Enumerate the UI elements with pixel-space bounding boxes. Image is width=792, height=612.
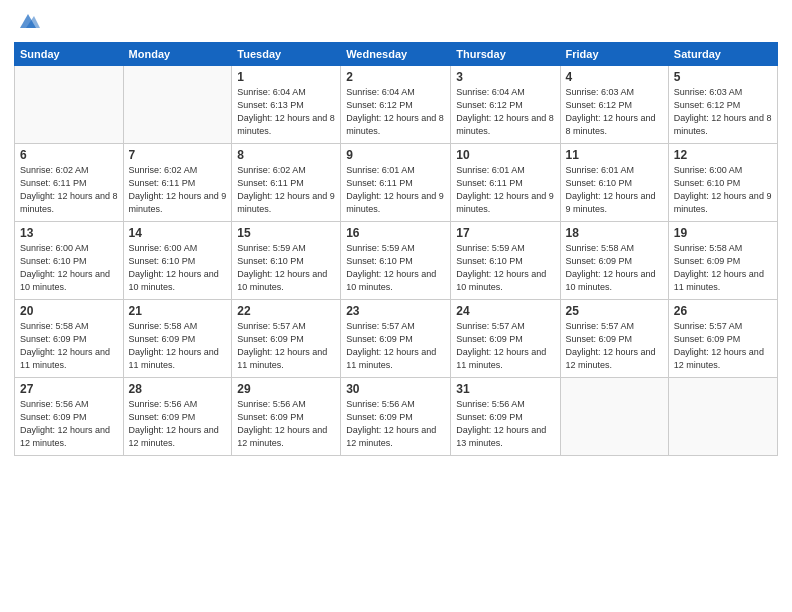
week-row-2: 6Sunrise: 6:02 AMSunset: 6:11 PMDaylight… [15,144,778,222]
calendar-cell: 29Sunrise: 5:56 AMSunset: 6:09 PMDayligh… [232,378,341,456]
day-info: Sunrise: 5:56 AMSunset: 6:09 PMDaylight:… [346,398,445,450]
calendar-cell: 25Sunrise: 5:57 AMSunset: 6:09 PMDayligh… [560,300,668,378]
calendar-cell: 13Sunrise: 6:00 AMSunset: 6:10 PMDayligh… [15,222,124,300]
day-info: Sunrise: 5:59 AMSunset: 6:10 PMDaylight:… [456,242,554,294]
day-info: Sunrise: 5:59 AMSunset: 6:10 PMDaylight:… [346,242,445,294]
weekday-header-thursday: Thursday [451,43,560,66]
calendar-cell: 2Sunrise: 6:04 AMSunset: 6:12 PMDaylight… [341,66,451,144]
day-number: 1 [237,70,335,84]
day-number: 9 [346,148,445,162]
day-info: Sunrise: 6:04 AMSunset: 6:12 PMDaylight:… [346,86,445,138]
day-number: 19 [674,226,772,240]
calendar-cell [123,66,232,144]
weekday-header-wednesday: Wednesday [341,43,451,66]
calendar: SundayMondayTuesdayWednesdayThursdayFrid… [14,42,778,456]
day-info: Sunrise: 5:57 AMSunset: 6:09 PMDaylight:… [237,320,335,372]
day-number: 10 [456,148,554,162]
calendar-cell: 17Sunrise: 5:59 AMSunset: 6:10 PMDayligh… [451,222,560,300]
calendar-cell: 19Sunrise: 5:58 AMSunset: 6:09 PMDayligh… [668,222,777,300]
logo [14,10,40,34]
day-info: Sunrise: 6:02 AMSunset: 6:11 PMDaylight:… [129,164,227,216]
calendar-cell: 15Sunrise: 5:59 AMSunset: 6:10 PMDayligh… [232,222,341,300]
calendar-cell: 22Sunrise: 5:57 AMSunset: 6:09 PMDayligh… [232,300,341,378]
day-info: Sunrise: 6:03 AMSunset: 6:12 PMDaylight:… [674,86,772,138]
calendar-cell: 5Sunrise: 6:03 AMSunset: 6:12 PMDaylight… [668,66,777,144]
calendar-cell [15,66,124,144]
day-info: Sunrise: 5:56 AMSunset: 6:09 PMDaylight:… [129,398,227,450]
calendar-cell [560,378,668,456]
day-number: 12 [674,148,772,162]
day-number: 21 [129,304,227,318]
day-number: 3 [456,70,554,84]
day-number: 24 [456,304,554,318]
calendar-cell: 27Sunrise: 5:56 AMSunset: 6:09 PMDayligh… [15,378,124,456]
day-info: Sunrise: 5:58 AMSunset: 6:09 PMDaylight:… [566,242,663,294]
day-number: 7 [129,148,227,162]
day-info: Sunrise: 5:57 AMSunset: 6:09 PMDaylight:… [674,320,772,372]
day-number: 4 [566,70,663,84]
calendar-cell: 16Sunrise: 5:59 AMSunset: 6:10 PMDayligh… [341,222,451,300]
calendar-cell: 9Sunrise: 6:01 AMSunset: 6:11 PMDaylight… [341,144,451,222]
day-info: Sunrise: 5:58 AMSunset: 6:09 PMDaylight:… [129,320,227,372]
calendar-cell: 23Sunrise: 5:57 AMSunset: 6:09 PMDayligh… [341,300,451,378]
day-number: 29 [237,382,335,396]
calendar-cell [668,378,777,456]
calendar-cell: 3Sunrise: 6:04 AMSunset: 6:12 PMDaylight… [451,66,560,144]
day-number: 16 [346,226,445,240]
day-info: Sunrise: 6:01 AMSunset: 6:11 PMDaylight:… [346,164,445,216]
day-number: 30 [346,382,445,396]
calendar-cell: 21Sunrise: 5:58 AMSunset: 6:09 PMDayligh… [123,300,232,378]
calendar-cell: 18Sunrise: 5:58 AMSunset: 6:09 PMDayligh… [560,222,668,300]
day-info: Sunrise: 6:02 AMSunset: 6:11 PMDaylight:… [20,164,118,216]
day-number: 5 [674,70,772,84]
day-number: 31 [456,382,554,396]
day-info: Sunrise: 6:02 AMSunset: 6:11 PMDaylight:… [237,164,335,216]
weekday-header-monday: Monday [123,43,232,66]
day-info: Sunrise: 5:58 AMSunset: 6:09 PMDaylight:… [674,242,772,294]
day-number: 6 [20,148,118,162]
day-info: Sunrise: 5:57 AMSunset: 6:09 PMDaylight:… [456,320,554,372]
calendar-cell: 28Sunrise: 5:56 AMSunset: 6:09 PMDayligh… [123,378,232,456]
calendar-cell: 11Sunrise: 6:01 AMSunset: 6:10 PMDayligh… [560,144,668,222]
calendar-cell: 30Sunrise: 5:56 AMSunset: 6:09 PMDayligh… [341,378,451,456]
day-number: 28 [129,382,227,396]
weekday-header-sunday: Sunday [15,43,124,66]
weekday-header-friday: Friday [560,43,668,66]
day-info: Sunrise: 6:00 AMSunset: 6:10 PMDaylight:… [674,164,772,216]
logo-icon [16,10,40,34]
calendar-cell: 6Sunrise: 6:02 AMSunset: 6:11 PMDaylight… [15,144,124,222]
week-row-5: 27Sunrise: 5:56 AMSunset: 6:09 PMDayligh… [15,378,778,456]
day-number: 11 [566,148,663,162]
day-info: Sunrise: 5:59 AMSunset: 6:10 PMDaylight:… [237,242,335,294]
calendar-cell: 24Sunrise: 5:57 AMSunset: 6:09 PMDayligh… [451,300,560,378]
week-row-3: 13Sunrise: 6:00 AMSunset: 6:10 PMDayligh… [15,222,778,300]
weekday-header-row: SundayMondayTuesdayWednesdayThursdayFrid… [15,43,778,66]
day-number: 20 [20,304,118,318]
day-number: 27 [20,382,118,396]
day-info: Sunrise: 5:56 AMSunset: 6:09 PMDaylight:… [237,398,335,450]
day-info: Sunrise: 6:00 AMSunset: 6:10 PMDaylight:… [129,242,227,294]
day-number: 14 [129,226,227,240]
day-number: 26 [674,304,772,318]
day-info: Sunrise: 6:00 AMSunset: 6:10 PMDaylight:… [20,242,118,294]
calendar-cell: 8Sunrise: 6:02 AMSunset: 6:11 PMDaylight… [232,144,341,222]
day-number: 13 [20,226,118,240]
weekday-header-tuesday: Tuesday [232,43,341,66]
day-number: 22 [237,304,335,318]
day-number: 2 [346,70,445,84]
day-info: Sunrise: 6:04 AMSunset: 6:13 PMDaylight:… [237,86,335,138]
calendar-cell: 10Sunrise: 6:01 AMSunset: 6:11 PMDayligh… [451,144,560,222]
day-number: 17 [456,226,554,240]
day-info: Sunrise: 6:04 AMSunset: 6:12 PMDaylight:… [456,86,554,138]
calendar-cell: 26Sunrise: 5:57 AMSunset: 6:09 PMDayligh… [668,300,777,378]
day-number: 8 [237,148,335,162]
day-info: Sunrise: 5:57 AMSunset: 6:09 PMDaylight:… [566,320,663,372]
weekday-header-saturday: Saturday [668,43,777,66]
calendar-cell: 1Sunrise: 6:04 AMSunset: 6:13 PMDaylight… [232,66,341,144]
day-info: Sunrise: 6:03 AMSunset: 6:12 PMDaylight:… [566,86,663,138]
day-info: Sunrise: 6:01 AMSunset: 6:10 PMDaylight:… [566,164,663,216]
day-number: 23 [346,304,445,318]
day-info: Sunrise: 6:01 AMSunset: 6:11 PMDaylight:… [456,164,554,216]
week-row-1: 1Sunrise: 6:04 AMSunset: 6:13 PMDaylight… [15,66,778,144]
day-info: Sunrise: 5:57 AMSunset: 6:09 PMDaylight:… [346,320,445,372]
